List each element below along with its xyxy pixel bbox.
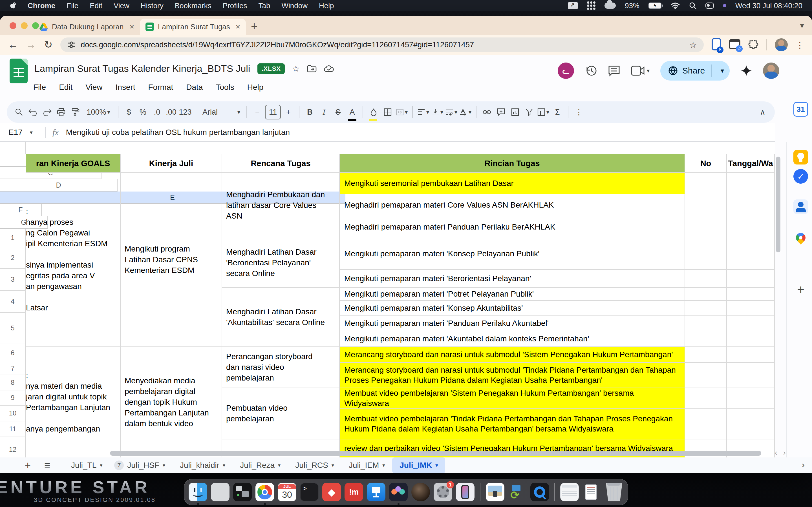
menu-tools[interactable]: Tools [216,83,234,92]
collapse-toolbar-icon[interactable]: ∧ [756,104,769,120]
cell-E11[interactable]: Merancang storyboard dan narasi untuk su… [340,347,685,363]
menu-file[interactable]: File [33,83,46,92]
davinci-resolve-icon[interactable] [389,483,408,501]
tab-bookmark-icon[interactable]: ☆ [729,39,741,50]
cell-D2-D4-merged[interactable]: Menghadiri Pembukaan dan latihan dasar C… [222,173,340,238]
row-header-4[interactable]: 4 [0,291,26,313]
number-format-icon[interactable]: 123 [179,104,192,120]
cell-B11-B15-merged[interactable]: : nya materi dan media jaran digital unt… [26,347,121,457]
insert-link-icon[interactable] [480,104,493,120]
address-bar[interactable]: docs.google.com/spreadsheets/d/19Wq4exrf… [60,38,704,52]
row-header-2[interactable]: 2 [0,247,26,269]
decrease-font-icon[interactable]: − [251,104,264,120]
format-percent-icon[interactable]: % [137,104,149,120]
vertical-scrollbar[interactable] [776,157,780,252]
strikethrough-icon[interactable]: S [332,104,345,120]
menu-format[interactable]: Format [148,83,173,92]
downloads-stack-icon[interactable] [582,483,601,501]
table-views-icon[interactable]: ▾ [537,104,550,120]
format-currency-icon[interactable]: $ [122,104,135,120]
pictures-folder-icon[interactable] [486,483,504,501]
row-header-7[interactable]: 7 [0,362,26,375]
add-sheet-icon[interactable]: + [25,459,31,471]
insert-comment-icon[interactable] [495,104,507,120]
paint-format-icon[interactable] [69,104,82,120]
terminal-icon[interactable]: >_ [300,483,319,501]
browser-tab-sheets-active[interactable]: Lampiran Surat Tugas Kalend × [140,18,246,35]
document-title[interactable]: Lampiran Surat Tugas Kalender Kinerja_BD… [35,63,250,74]
meet-button[interactable]: ▾ [631,66,650,76]
zoom-select[interactable]: 100%▾ [83,104,114,120]
finder-icon[interactable] [189,483,207,501]
cell-E6[interactable]: Mengikuti pemaparan materi 'Berorientasi… [340,270,685,288]
sheet-tab-juli-khaidir[interactable]: Juli_khaidir▾ [172,457,233,473]
menu-view[interactable]: View [86,83,102,92]
star-document-icon[interactable]: ☆ [292,64,300,73]
vertical-align-icon[interactable]: ▾ [431,104,444,120]
quicktime-icon[interactable] [530,483,549,501]
screen-mirroring-icon[interactable] [568,2,578,9]
cell-E3[interactable]: Meghadiri pemaparan materi Core Values A… [340,194,685,216]
account-avatar[interactable] [763,62,779,79]
row-header-3[interactable]: 3 [0,269,26,291]
cell-B2-B10-merged[interactable]: : hanya proses ng Calon Pegawai ipil Kem… [26,173,121,347]
cell-E8[interactable]: Mengikuti pemaparan materi 'Konsep Akunt… [340,301,685,316]
increase-decimal-icon[interactable]: .00 [165,104,177,120]
sheet-tab-juli-imk-active[interactable]: Juli_IMK▾ [392,457,445,473]
cell-E13[interactable]: Membuat video pembelajaran 'Sistem Peneg… [340,388,685,409]
cell-D5-D6-merged[interactable]: Menghadiri Latihan Dasar 'Berorientasi P… [222,238,340,288]
name-box-caret-icon[interactable]: ▾ [30,129,33,136]
sheets-logo-icon[interactable] [10,59,28,83]
italic-icon[interactable]: I [317,104,331,120]
menubar-window[interactable]: Window [282,1,307,10]
row-header-9[interactable]: 9 [0,390,26,406]
cell-D13-D14-merged[interactable]: Pembuatan video pembelajaran [222,388,340,439]
cell-E12[interactable]: Merancang storyboard dan narasi untuk su… [340,363,685,388]
scroll-left-icon[interactable]: ‹ [775,448,777,457]
calendar-panel-icon[interactable]: 31 [793,101,809,117]
onedrive-icon[interactable] [605,3,616,9]
redo-icon[interactable] [41,104,54,120]
row-header-5[interactable]: 5 [0,313,26,344]
close-tab-icon[interactable]: × [130,22,134,31]
url-text[interactable]: docs.google.com/spreadsheets/d/19Wq4exrf… [81,41,684,49]
share-caret-icon[interactable]: ▾ [718,67,727,75]
borders-icon[interactable] [381,104,394,120]
menubar-profiles[interactable]: Profiles [223,1,247,10]
trash-icon[interactable] [605,483,623,501]
workspace-addon-icon[interactable]: ᓚ [558,62,574,79]
menubar-view[interactable]: View [114,1,130,10]
menubar-edit[interactable]: Edit [90,1,102,10]
search-icon[interactable] [12,104,26,120]
sheet-tab-juli-reza[interactable]: Juli_Reza▾ [233,457,288,473]
exclaim-m-app-icon[interactable]: !m [345,483,363,501]
app-grid-icon[interactable] [587,1,596,10]
all-sheets-icon[interactable]: ≡ [44,459,50,471]
row-header-8[interactable]: 8 [0,375,26,390]
cell-F1[interactable]: No [685,154,727,173]
close-window-button[interactable] [10,22,16,29]
cell-B1[interactable]: ran Kinerja GOALS [26,154,121,173]
spotlight-search-icon[interactable] [689,2,696,9]
cell-D7-D10-merged[interactable]: Menghadiri Latihan Dasar 'Akuntabilitas'… [222,288,340,347]
cell-D11-D12-merged[interactable]: Perancangan storyboard dan narasi video … [222,347,340,388]
row-header-1[interactable]: 1 [0,229,26,247]
menubar-help[interactable]: Help [319,1,334,10]
cell-C2-C10-merged[interactable]: Mengikuti program Latihan Dasar CPNS Kem… [121,173,222,347]
minimized-window-thumbnail[interactable] [560,483,579,501]
cell-E2[interactable]: Mengikuti seremonial pembukaan Latihan D… [340,173,685,194]
cell-C11-C15-merged[interactable]: Menyediakan media pembelajaran digital d… [121,347,222,457]
reload-button[interactable]: ↻ [44,39,52,51]
minimize-window-button[interactable] [21,22,28,29]
decrease-decimal-icon[interactable]: .0 [151,104,163,120]
cell-E4[interactable]: Meghadiri pemaparan materi Panduan Peril… [340,216,685,238]
profile-avatar[interactable] [775,38,788,51]
menu-edit[interactable]: Edit [59,83,72,92]
row-header-6[interactable]: 6 [0,344,26,362]
sheet-tab-juli-rcs[interactable]: Juli_RCS▾ [288,457,342,473]
share-button[interactable]: Share ▾ [660,61,730,80]
bold-icon[interactable]: B [303,104,316,120]
menu-insert[interactable]: Insert [116,83,135,92]
new-tab-button[interactable]: + [251,20,257,33]
extensions-icon[interactable] [748,40,758,50]
